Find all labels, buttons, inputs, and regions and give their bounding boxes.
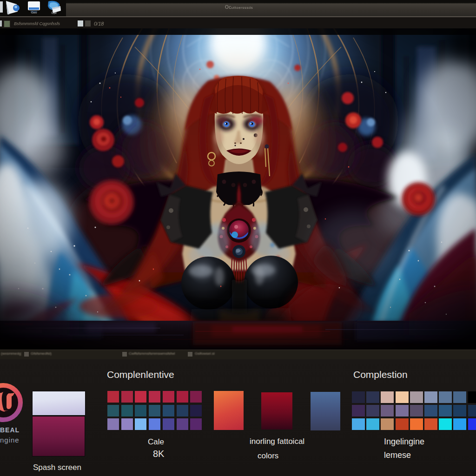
svg-text:Cwu: Cwu bbox=[31, 11, 37, 14]
svg-text:Gjw: Gjw bbox=[51, 11, 57, 14]
